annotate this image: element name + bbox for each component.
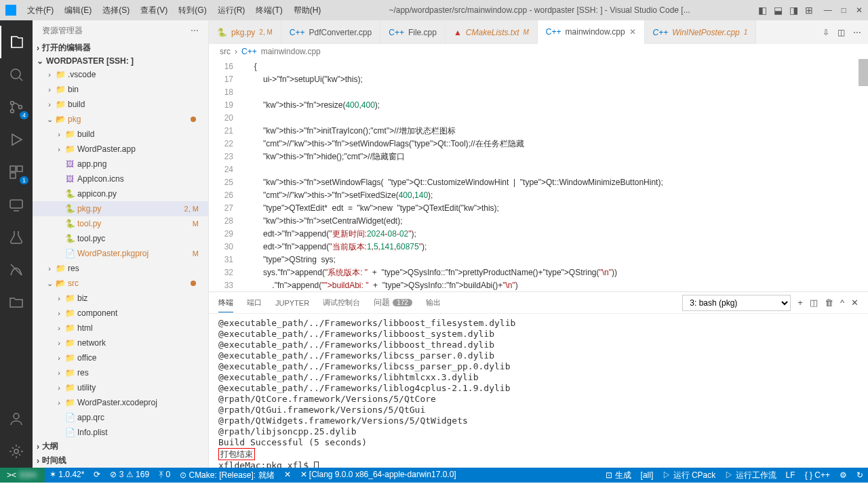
activity-account[interactable] <box>0 403 33 435</box>
activity-run[interactable] <box>0 123 33 156</box>
kill-terminal-icon[interactable]: 🗑 <box>825 298 833 308</box>
editor-tab[interactable]: C++PdfConverter.cpp <box>281 20 380 44</box>
new-terminal-icon[interactable]: + <box>797 298 803 308</box>
section-outline[interactable]: ›大纲 <box>33 439 208 453</box>
tree-item[interactable]: ⌄📂src <box>33 276 208 291</box>
tree-item[interactable]: ›📁office <box>33 350 208 365</box>
minimap[interactable] <box>859 59 868 291</box>
split-editor-icon[interactable]: ◫ <box>837 28 845 37</box>
activity-remote[interactable] <box>0 188 33 221</box>
tree-item[interactable]: ›📁WordPaster.app <box>33 142 208 157</box>
tree-item[interactable]: ›📁component <box>33 306 208 321</box>
panel-tab-output[interactable]: 输出 <box>426 293 441 312</box>
status-item[interactable]: LF <box>781 468 800 483</box>
menu-select[interactable]: 选择(S) <box>102 5 130 16</box>
sidebar-more-icon[interactable]: ⋯ <box>191 26 199 35</box>
tree-item[interactable]: 🖼AppIcon.icns <box>33 171 208 186</box>
editor-tab[interactable]: C++WinINetPoster.cpp1 <box>645 20 757 44</box>
editor-tab[interactable]: C++File.cpp <box>380 20 446 44</box>
status-item[interactable]: ⚙ <box>835 468 852 483</box>
activity-scm[interactable]: 4 <box>0 91 33 123</box>
tree-item[interactable]: ›📁res <box>33 365 208 380</box>
layout-left-icon[interactable]: ◧ <box>758 5 767 16</box>
tree-item[interactable]: ›📁.vscode <box>33 67 208 82</box>
sidebar-title: 资源管理器 <box>42 25 83 37</box>
panel-tab-jupyter[interactable]: JUPYTER <box>275 295 309 311</box>
status-item[interactable]: [all] <box>636 468 658 483</box>
panel-tab-ports[interactable]: 端口 <box>247 293 262 312</box>
menu-terminal[interactable]: 终端(T) <box>256 5 282 16</box>
tree-item[interactable]: 📄WordPaster.pkgprojM <box>33 246 208 261</box>
split-terminal-icon[interactable]: ◫ <box>810 298 818 308</box>
section-timeline[interactable]: ›时间线 <box>33 453 208 468</box>
status-item[interactable]: ✶ 1.0.42* <box>45 470 89 479</box>
maximize-panel-icon[interactable]: ^ <box>840 298 844 308</box>
status-item[interactable]: ⟳ <box>89 470 105 479</box>
code-lines[interactable]: { ui->"fn">setupUi("kw">this); "kw">this… <box>243 59 859 291</box>
status-item[interactable]: ✕ <box>279 470 296 479</box>
tree-item[interactable]: ›📁html <box>33 321 208 336</box>
terminal-output[interactable]: @executable_path/../Frameworks/libboost_… <box>209 314 868 468</box>
activity-folder[interactable] <box>0 286 33 319</box>
close-panel-icon[interactable]: ✕ <box>851 298 859 308</box>
section-project[interactable]: ⌄WORDPASTER [SSH: ] <box>33 55 208 67</box>
status-item[interactable]: ᛡ 0 <box>154 470 175 479</box>
tree-item[interactable]: ›📁res <box>33 261 208 276</box>
editor-tab[interactable]: C++mainwindow.cpp✕ <box>538 20 645 44</box>
tree-item[interactable]: ›📁utility <box>33 380 208 395</box>
more-actions-icon[interactable]: ⋯ <box>853 28 861 37</box>
tree-item[interactable]: ›📁build <box>33 97 208 112</box>
tree-item[interactable]: ›📁build <box>33 127 208 142</box>
tree-item[interactable]: 🐍tool.pyM <box>33 216 208 231</box>
tree-item[interactable]: 🐍tool.pyc <box>33 231 208 246</box>
activity-search[interactable] <box>0 58 33 91</box>
editor-tab[interactable]: ▲CMakeLists.txtM <box>446 20 538 44</box>
status-item[interactable]: ▷ 运行工作流 <box>720 468 781 483</box>
panel-tab-problems[interactable]: 问题172 <box>374 293 412 312</box>
terminal-selector[interactable]: 3: bash (pkg) <box>682 295 791 311</box>
menu-run[interactable]: 运行(R) <box>218 5 245 16</box>
menu-file[interactable]: 文件(F) <box>27 5 54 16</box>
section-opened-editors[interactable]: ›打开的编辑器 <box>33 41 208 55</box>
panel-tab-terminal[interactable]: 终端 <box>218 293 233 312</box>
tree-item[interactable]: ⌄📂pkg <box>33 112 208 127</box>
code-area[interactable]: 161718192021222324252627282930313233 { u… <box>209 59 868 291</box>
layout-bottom-icon[interactable]: ⬓ <box>774 5 783 16</box>
breadcrumb[interactable]: src› C++ mainwindow.cpp <box>209 44 868 59</box>
panel-tab-debug[interactable]: 调试控制台 <box>323 293 360 312</box>
menu-go[interactable]: 转到(G) <box>178 5 206 16</box>
status-item[interactable]: ⊘ 3 ⚠ 169 <box>105 470 154 479</box>
editor-tab[interactable]: 🐍pkg.py2, M <box>209 20 281 44</box>
status-remote[interactable]: >< SSH: <box>0 468 45 483</box>
tree-item[interactable]: 🖼app.png <box>33 157 208 171</box>
tree-item[interactable]: 🐍pkg.py2, M <box>33 201 208 216</box>
status-item[interactable]: ✕ [Clang 9.0.0 x86_64-apple-darwin17.0.0… <box>296 470 461 479</box>
status-item[interactable]: ⊙ CMake: [Release]: 就绪 <box>175 470 279 481</box>
layout-right-icon[interactable]: ◨ <box>789 5 798 16</box>
status-item[interactable]: { } C++ <box>800 468 835 483</box>
activity-settings[interactable] <box>0 435 33 468</box>
minimize-button[interactable]: — <box>824 5 832 15</box>
maximize-button[interactable]: □ <box>842 5 846 15</box>
tree-item[interactable]: 🐍appicon.py <box>33 186 208 201</box>
tree-item[interactable]: 📄Info.plist <box>33 425 208 439</box>
activity-explorer[interactable] <box>0 26 33 58</box>
save-icon[interactable]: ⇩ <box>823 28 829 37</box>
menu-help[interactable]: 帮助(H) <box>294 5 321 16</box>
tree-item[interactable]: ›📁bin <box>33 82 208 97</box>
menu-edit[interactable]: 编辑(E) <box>64 5 92 16</box>
activity-testing[interactable] <box>0 221 33 253</box>
status-item[interactable]: ⊡ 生成 <box>601 468 635 483</box>
status-item[interactable]: ↻ <box>852 468 868 483</box>
tree-item[interactable]: ›📁biz <box>33 291 208 306</box>
activity-variadic[interactable] <box>0 253 33 286</box>
tree-item[interactable]: 📄app.qrc <box>33 410 208 425</box>
menu-view[interactable]: 查看(V) <box>140 5 167 16</box>
activity-extensions[interactable]: 1 <box>0 156 33 188</box>
tree-item[interactable]: ›📁network <box>33 336 208 350</box>
close-button[interactable]: ✕ <box>856 5 863 15</box>
tree-item[interactable]: ›📁WordPaster.xcodeproj <box>33 395 208 410</box>
layout-customize-icon[interactable]: ⊞ <box>805 5 813 16</box>
status-bar: >< SSH: ✶ 1.0.42*⟳⊘ 3 ⚠ 169ᛡ 0⊙ CMake: [… <box>0 468 868 483</box>
status-item[interactable]: ▷ 运行 CPack <box>658 468 720 483</box>
